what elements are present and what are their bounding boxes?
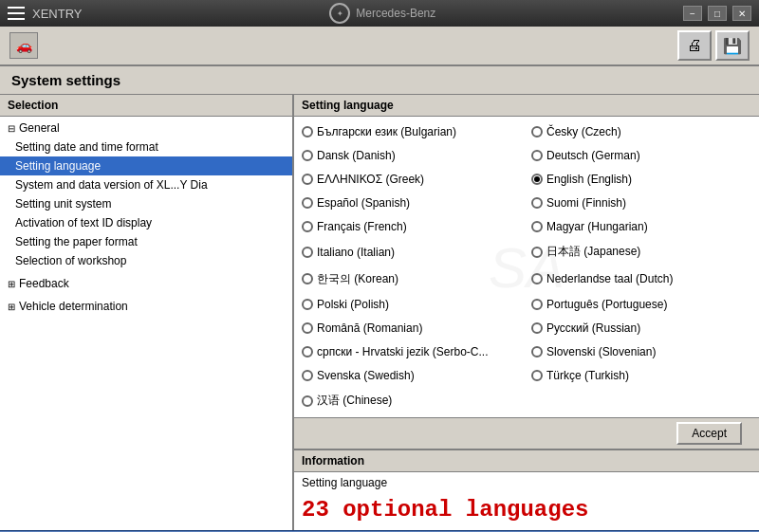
lang-item-bulgarian[interactable]: Български език (Bulgarian)	[298, 120, 526, 142]
sidebar: Selection ⊟ General Setting date and tim…	[0, 95, 294, 530]
lang-radio-russian[interactable]	[531, 322, 543, 334]
general-label: General	[19, 121, 60, 135]
minimize-button[interactable]: −	[683, 6, 702, 21]
lang-item-turkish[interactable]: Türkçe (Turkish)	[528, 365, 755, 387]
lang-radio-turkish[interactable]	[531, 370, 543, 381]
lang-radio-french[interactable]	[302, 221, 313, 232]
lang-label-russian: Русский (Russian)	[546, 321, 640, 335]
lang-label-chinese: 汉语 (Chinese)	[317, 393, 392, 409]
lang-item-polish[interactable]: Polski (Polish)	[298, 293, 526, 315]
hamburger-icon[interactable]	[8, 7, 25, 20]
lang-label-japanese: 日本語 (Japanese)	[546, 244, 640, 260]
lang-radio-bulgarian[interactable]	[302, 126, 313, 138]
toggle-feedback-icon: ⊞	[8, 279, 15, 289]
lang-item-japanese[interactable]: 日本語 (Japanese)	[528, 240, 755, 265]
lang-label-turkish: Türkçe (Turkish)	[546, 369, 629, 382]
lang-item-chinese[interactable]: 汉语 (Chinese)	[298, 389, 526, 413]
lang-item-english[interactable]: English (English)	[528, 168, 755, 190]
right-panel: Setting language SA Български език (Bulg…	[294, 95, 759, 530]
lang-label-romanian: Română (Romanian)	[317, 321, 422, 335]
lang-item-serbian[interactable]: српски - Hrvatski jezik (Serbo-C...	[298, 340, 526, 362]
lang-radio-korean[interactable]	[302, 273, 313, 284]
lang-radio-finnish[interactable]	[531, 197, 543, 209]
lang-item-korean[interactable]: 한국의 (Korean)	[298, 266, 526, 291]
save-icon[interactable]: 💾	[715, 30, 750, 61]
lang-radio-polish[interactable]	[302, 299, 313, 310]
lang-item-swedish[interactable]: Svenska (Swedish)	[298, 365, 526, 387]
mercedes-brand: Mercedes-Benz	[356, 7, 435, 20]
lang-item-dutch[interactable]: Nederlandse taal (Dutch)	[528, 266, 755, 291]
sidebar-header: Selection	[0, 95, 292, 117]
lang-radio-swedish[interactable]	[302, 370, 313, 381]
lang-item-portuguese[interactable]: Português (Portuguese)	[528, 293, 755, 315]
lang-item-french[interactable]: Français (French)	[298, 216, 526, 238]
lang-radio-czech[interactable]	[531, 126, 543, 138]
info-label: Setting language	[302, 476, 751, 489]
sidebar-vehicle-section: ⊞ Vehicle determination	[0, 295, 292, 318]
lang-radio-spanish[interactable]	[302, 197, 313, 209]
lang-item-italian[interactable]: Italiano (Italian)	[298, 240, 526, 265]
sidebar-general-parent[interactable]: ⊟ General	[0, 119, 292, 138]
mercedes-circle-icon: ✦	[329, 3, 350, 24]
lang-label-english: English (English)	[546, 173, 632, 186]
sidebar-feedback-parent[interactable]: ⊞ Feedback	[0, 274, 292, 293]
lang-label-korean: 한국의 (Korean)	[317, 271, 398, 287]
info-header: Information	[294, 450, 759, 472]
close-button[interactable]: ✕	[732, 6, 751, 21]
mercedes-logo: ✦ Mercedes-Benz	[329, 3, 435, 24]
lang-radio-serbian[interactable]	[302, 346, 313, 358]
info-panel: Information Setting language 23 optional…	[294, 449, 759, 530]
lang-radio-portuguese[interactable]	[531, 299, 543, 310]
accept-button[interactable]: Accept	[676, 422, 742, 445]
lang-radio-greek[interactable]	[302, 174, 313, 185]
lang-radio-slovenian[interactable]	[531, 346, 543, 358]
title-bar-controls: − □ ✕	[683, 6, 751, 21]
lang-item-greek[interactable]: ΕΛΛΗΝΙΚΟΣ (Greek)	[298, 168, 526, 190]
sidebar-item-unit[interactable]: Setting unit system	[0, 194, 292, 213]
lang-item-spanish[interactable]: Español (Spanish)	[298, 192, 526, 213]
sidebar-item-system-data[interactable]: System and data version of XL...Y Dia	[0, 175, 292, 194]
vehicle-label: Vehicle determination	[19, 300, 128, 313]
lang-item-slovenian[interactable]: Slovenski (Slovenian)	[528, 340, 755, 362]
content-split: Selection ⊟ General Setting date and tim…	[0, 95, 759, 530]
lang-label-greek: ΕΛΛΗΝΙΚΟΣ (Greek)	[317, 173, 424, 186]
sidebar-vehicle-parent[interactable]: ⊞ Vehicle determination	[0, 297, 292, 316]
sidebar-item-paper[interactable]: Setting the paper format	[0, 232, 292, 251]
lang-radio-romanian[interactable]	[302, 322, 313, 334]
lang-label-portuguese: Português (Portuguese)	[546, 298, 667, 311]
sidebar-item-date-time[interactable]: Setting date and time format	[0, 138, 292, 156]
lang-radio-danish[interactable]	[302, 150, 313, 161]
lang-label-czech: Česky (Czech)	[546, 125, 621, 138]
sidebar-item-workshop[interactable]: Selection of workshop	[0, 251, 292, 270]
lang-item-hungarian[interactable]: Magyar (Hungarian)	[528, 216, 755, 238]
info-red-text: 23 optional languages	[294, 493, 759, 530]
app-title: XENTRY	[32, 7, 83, 21]
lang-radio-hungarian[interactable]	[531, 221, 543, 232]
lang-radio-chinese[interactable]	[302, 395, 313, 407]
lang-label-hungarian: Magyar (Hungarian)	[546, 220, 648, 233]
lang-item-finnish[interactable]: Suomi (Finnish)	[528, 192, 755, 213]
lang-radio-english[interactable]	[531, 174, 543, 185]
sidebar-item-language[interactable]: Setting language	[0, 156, 292, 175]
lang-radio-japanese[interactable]	[531, 247, 543, 258]
lang-radio-german[interactable]	[531, 150, 543, 161]
language-panel-header: Setting language	[294, 95, 759, 117]
sidebar-item-activation-id[interactable]: Activation of text ID display	[0, 213, 292, 232]
lang-item-romanian[interactable]: Română (Romanian)	[298, 317, 526, 339]
car-icon[interactable]: 🚗	[9, 32, 38, 59]
lang-item-danish[interactable]: Dansk (Danish)	[298, 144, 526, 166]
maximize-button[interactable]: □	[708, 6, 727, 21]
lang-radio-italian[interactable]	[302, 247, 313, 258]
languages-panel: Setting language SA Български език (Bulg…	[294, 95, 759, 417]
lang-item-german[interactable]: Deutsch (German)	[528, 144, 755, 166]
lang-label-bulgarian: Български език (Bulgarian)	[317, 125, 456, 138]
system-settings-title: System settings	[0, 66, 759, 95]
lang-item-czech[interactable]: Česky (Czech)	[528, 120, 755, 142]
lang-radio-dutch[interactable]	[531, 273, 543, 284]
print-icon[interactable]: 🖨	[677, 30, 712, 61]
feedback-label: Feedback	[19, 277, 69, 290]
lang-label-spanish: Español (Spanish)	[317, 196, 410, 210]
title-bar-left: XENTRY	[8, 7, 83, 21]
lang-item-russian[interactable]: Русский (Russian)	[528, 317, 755, 339]
lang-label-danish: Dansk (Danish)	[317, 149, 396, 162]
